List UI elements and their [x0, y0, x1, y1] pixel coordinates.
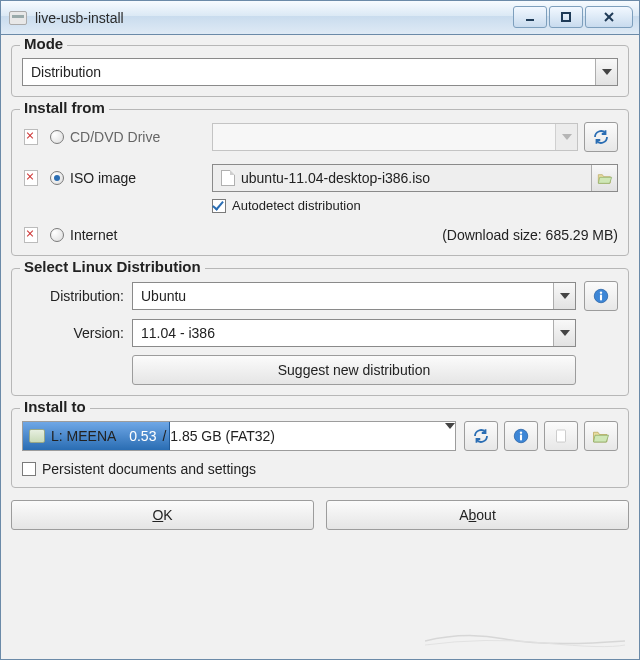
download-size-text: (Download size: 685.29 MB): [212, 227, 618, 243]
version-combo-arrow[interactable]: [553, 320, 575, 346]
mode-combo[interactable]: Distribution: [22, 58, 618, 86]
maximize-button[interactable]: [549, 6, 583, 28]
minimize-button[interactable]: [513, 6, 547, 28]
drive-icon: [29, 429, 45, 443]
group-mode: Mode Distribution: [11, 45, 629, 97]
info-icon: [592, 287, 610, 305]
ok-u: O: [152, 507, 163, 523]
button-bar: OK About: [11, 500, 629, 530]
refresh-icon: [472, 427, 490, 445]
group-select-dist: Select Linux Distribution Distribution: …: [11, 268, 629, 396]
chevron-down-icon: [445, 423, 455, 444]
svg-rect-1: [562, 13, 570, 21]
file-icon: [221, 170, 235, 186]
maximize-icon: [560, 11, 572, 23]
chevron-down-icon: [560, 293, 570, 299]
radio-iso-label: ISO image: [70, 170, 136, 186]
close-button[interactable]: [585, 6, 633, 28]
radio-cddvd[interactable]: [50, 130, 64, 144]
close-icon: [603, 11, 615, 23]
iso-browse-button[interactable]: [591, 165, 617, 191]
drive-label: L: MEENA: [51, 428, 116, 444]
chevron-down-icon: [560, 330, 570, 336]
folder-open-icon: [592, 427, 610, 445]
distribution-combo-text: Ubuntu: [141, 288, 553, 304]
cddvd-combo: [212, 123, 578, 151]
radio-internet[interactable]: [50, 228, 64, 242]
legend-mode: Mode: [20, 35, 67, 52]
svg-rect-6: [600, 295, 602, 301]
drive-total: / 1.85 GB (FAT32): [162, 428, 275, 444]
suggest-distribution-button[interactable]: Suggest new distribution: [132, 355, 576, 385]
cddvd-refresh-button[interactable]: [584, 122, 618, 152]
legend-select-dist: Select Linux Distribution: [20, 258, 205, 275]
svg-rect-10: [557, 430, 566, 442]
drive-info-button[interactable]: [504, 421, 538, 451]
svg-point-5: [600, 291, 602, 293]
about-pre: A: [459, 507, 468, 523]
window-controls: [513, 8, 633, 28]
doc-x-icon: [22, 225, 42, 245]
about-u: b: [469, 507, 477, 523]
iso-file-field[interactable]: ubuntu-11.04-desktop-i386.iso: [212, 164, 618, 192]
distribution-combo[interactable]: Ubuntu: [132, 282, 576, 310]
client-area: Mode Distribution Install from CD/DVD Dr…: [0, 34, 640, 660]
iso-file-text: ubuntu-11.04-desktop-i386.iso: [241, 170, 591, 186]
distribution-info-button[interactable]: [584, 281, 618, 311]
chevron-down-icon: [562, 134, 572, 140]
window-title: live-usb-install: [35, 10, 513, 26]
drive-used: 0.53: [129, 428, 162, 444]
about-button[interactable]: About: [326, 500, 629, 530]
distribution-combo-arrow[interactable]: [553, 283, 575, 309]
minimize-icon: [524, 11, 536, 23]
legend-install-to: Install to: [20, 398, 90, 415]
group-install-to: Install to L: MEENA 0.53 / 1.85 GB (FAT3…: [11, 408, 629, 488]
autodetect-checkbox[interactable]: [212, 199, 226, 213]
drive-combo-arrow[interactable]: [445, 429, 455, 444]
version-combo-text: 11.04 - i386: [141, 325, 553, 341]
drive-blank-button-1[interactable]: [544, 421, 578, 451]
persistent-label: Persistent documents and settings: [42, 461, 256, 477]
mode-combo-arrow[interactable]: [595, 59, 617, 85]
drive-refresh-button[interactable]: [464, 421, 498, 451]
autodetect-label: Autodetect distribution: [232, 198, 361, 213]
svg-point-8: [520, 431, 522, 433]
group-install-from: Install from CD/DVD Drive ISO image: [11, 109, 629, 256]
legend-install-from: Install from: [20, 99, 109, 116]
folder-open-icon: [597, 171, 613, 185]
refresh-icon: [592, 128, 610, 146]
decorative-scratch: [425, 629, 625, 649]
info-icon: [512, 427, 530, 445]
version-label: Version:: [22, 325, 132, 341]
cddvd-combo-arrow: [555, 124, 577, 150]
radio-cddvd-label: CD/DVD Drive: [70, 129, 160, 145]
distribution-label: Distribution:: [22, 288, 132, 304]
version-combo[interactable]: 11.04 - i386: [132, 319, 576, 347]
persistent-checkbox[interactable]: [22, 462, 36, 476]
doc-x-icon: [22, 168, 42, 188]
about-post: out: [476, 507, 495, 523]
app-icon: [9, 11, 27, 25]
svg-rect-9: [520, 435, 522, 441]
drive-open-button[interactable]: [584, 421, 618, 451]
titlebar: live-usb-install: [0, 0, 640, 34]
chevron-down-icon: [602, 69, 612, 75]
ok-post: K: [163, 507, 172, 523]
radio-iso[interactable]: [50, 171, 64, 185]
doc-x-icon: [22, 127, 42, 147]
suggest-distribution-label: Suggest new distribution: [278, 362, 431, 378]
drive-combo[interactable]: L: MEENA 0.53 / 1.85 GB (FAT32): [22, 421, 456, 451]
radio-internet-label: Internet: [70, 227, 117, 243]
mode-combo-text: Distribution: [31, 64, 595, 80]
page-icon: [552, 427, 570, 445]
ok-button[interactable]: OK: [11, 500, 314, 530]
